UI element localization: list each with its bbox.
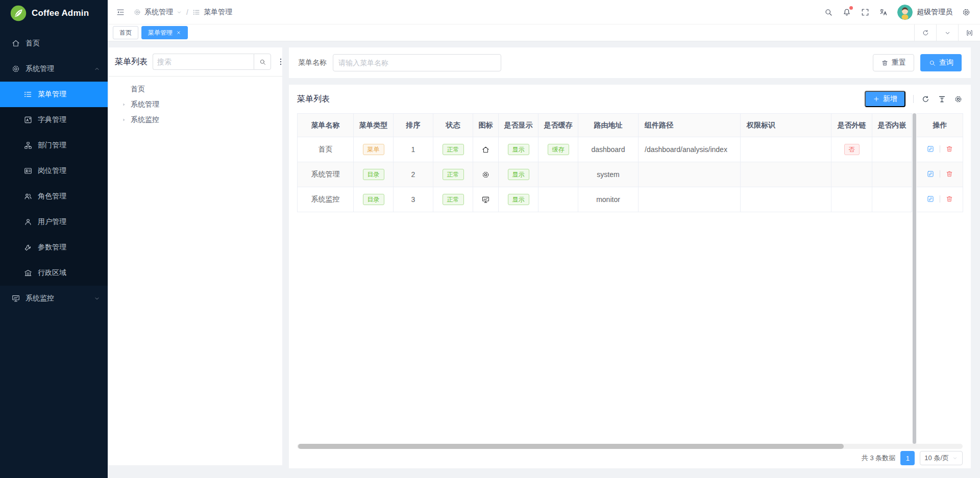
cell-order: 2: [394, 162, 433, 187]
maximize-content-button[interactable]: [958, 24, 980, 41]
sidebar-item-param-management[interactable]: 参数管理: [0, 235, 108, 260]
table-row: 首页 菜单 1 正常 显示 缓存 dashboard /dashboard/an…: [298, 137, 963, 162]
monitor-icon: [11, 294, 20, 303]
edit-icon: [926, 195, 935, 203]
search-icon: [928, 59, 936, 67]
breadcrumb-label: 系统管理: [144, 8, 173, 17]
wrench-icon: [23, 243, 33, 252]
breadcrumb-item-system[interactable]: 系统管理: [133, 8, 182, 17]
maximize-icon: [966, 29, 973, 37]
col-header-permission: 权限标识: [741, 114, 831, 137]
gear-icon: [481, 170, 490, 179]
divider: [109, 76, 282, 77]
sidebar-item-label: 首页: [26, 39, 40, 48]
edit-button[interactable]: [926, 145, 935, 153]
cell-permission: [741, 187, 831, 212]
notifications-button[interactable]: [842, 8, 851, 17]
sidebar-item-role-management[interactable]: 角色管理: [0, 184, 108, 209]
delete-button[interactable]: [945, 145, 953, 153]
breadcrumb-item-menu[interactable]: 菜单管理: [192, 8, 232, 17]
gear-icon: [962, 8, 971, 17]
cell-cache: [538, 187, 578, 212]
sidebar-item-home[interactable]: 首页: [0, 31, 108, 56]
menu-name-input[interactable]: [333, 54, 501, 71]
horizontal-scrollbar-thumb[interactable]: [298, 444, 844, 449]
page-size-select[interactable]: 10 条/页: [920, 451, 963, 465]
dictionary-icon: [23, 115, 33, 124]
pagination: 共 3 条数据 1 10 条/页: [862, 451, 963, 465]
tree-node-label: 系统管理: [131, 100, 159, 109]
cell-cache: 缓存: [538, 137, 578, 162]
close-icon[interactable]: [176, 30, 181, 35]
reset-button[interactable]: 重置: [873, 54, 914, 71]
trash-icon: [881, 59, 889, 67]
search-button-label: 查询: [939, 58, 953, 67]
sidebar-item-dict-management[interactable]: 字典管理: [0, 107, 108, 133]
edit-button[interactable]: [926, 195, 935, 203]
tabbar: 首页 菜单管理: [108, 24, 980, 41]
vertical-scrollbar: [912, 113, 917, 444]
refresh-tab-button[interactable]: [914, 24, 936, 41]
add-button-label: 新增: [883, 94, 897, 104]
cell-type: 目录: [354, 162, 394, 187]
sidebar-item-label: 字典管理: [38, 115, 66, 124]
caret-right-icon[interactable]: [121, 117, 127, 123]
tree-node-home[interactable]: 首页: [115, 82, 276, 97]
tree-node-system-monitor[interactable]: 系统监控: [115, 112, 276, 128]
search-submit-button[interactable]: 查询: [920, 54, 962, 71]
user-name: 超级管理员: [917, 8, 952, 17]
caret-right-icon[interactable]: [121, 102, 127, 108]
cell-status: 正常: [433, 187, 473, 212]
sidebar-item-system-monitor[interactable]: 系统监控: [0, 286, 108, 311]
delete-button[interactable]: [945, 170, 953, 178]
tree-search-button[interactable]: [254, 54, 271, 70]
user-menu[interactable]: 超级管理员: [897, 5, 952, 20]
cell-component: /dashboard/analysis/index: [639, 137, 741, 162]
content: 菜单列表 首页 系统管理: [108, 41, 980, 478]
collapse-menu-icon: [116, 8, 125, 17]
tree-more-button[interactable]: [276, 57, 285, 66]
cell-visible: 显示: [499, 137, 538, 162]
column-settings-button[interactable]: [954, 95, 963, 104]
cell-embedded: [872, 162, 912, 187]
edit-button[interactable]: [926, 170, 935, 178]
app-logo: Coffee Admin: [0, 0, 108, 27]
sidebar-item-system-management[interactable]: 系统管理: [0, 56, 108, 82]
cell-external: 否: [831, 137, 872, 162]
external-tag: 否: [844, 144, 860, 155]
fullscreen-button[interactable]: [861, 8, 870, 17]
sidebar-item-user-management[interactable]: 用户管理: [0, 209, 108, 235]
gear-icon: [954, 95, 963, 104]
vertical-scrollbar-thumb[interactable]: [913, 113, 916, 444]
id-card-icon: [23, 166, 33, 175]
chevron-down-icon: [176, 9, 182, 15]
kebab-menu-icon: [276, 57, 285, 66]
sidebar-item-post-management[interactable]: 岗位管理: [0, 158, 108, 184]
tab-options-button[interactable]: [936, 24, 958, 41]
chevron-down-icon: [952, 455, 958, 461]
tree-node-system-management[interactable]: 系统管理: [115, 97, 276, 112]
col-header-component: 组件路径: [639, 114, 741, 137]
sidebar-item-menu-management[interactable]: 菜单管理: [0, 82, 108, 107]
add-button[interactable]: 新增: [865, 91, 905, 107]
tree-search-box: [153, 54, 271, 70]
delete-button[interactable]: [945, 195, 953, 203]
tree-search-input[interactable]: [153, 54, 254, 70]
sidebar-collapse-button[interactable]: [116, 8, 125, 17]
sidebar-item-label: 部门管理: [38, 141, 66, 150]
sidebar-item-label: 菜单管理: [38, 90, 66, 99]
breadcrumb-separator: /: [186, 8, 188, 16]
table-refresh-button[interactable]: [921, 95, 930, 104]
edit-icon: [926, 170, 935, 178]
language-button[interactable]: [879, 8, 888, 17]
horizontal-scrollbar: [297, 444, 963, 449]
settings-button[interactable]: [962, 8, 971, 17]
row-height-button[interactable]: [938, 95, 946, 104]
search-button[interactable]: [824, 8, 833, 17]
tree-node-label: 首页: [131, 85, 145, 94]
tab-menu-management[interactable]: 菜单管理: [141, 26, 188, 39]
sidebar-item-dept-management[interactable]: 部门管理: [0, 133, 108, 158]
tab-home[interactable]: 首页: [113, 26, 138, 39]
sidebar-item-region[interactable]: 行政区域: [0, 260, 108, 286]
page-number-button[interactable]: 1: [900, 451, 915, 465]
